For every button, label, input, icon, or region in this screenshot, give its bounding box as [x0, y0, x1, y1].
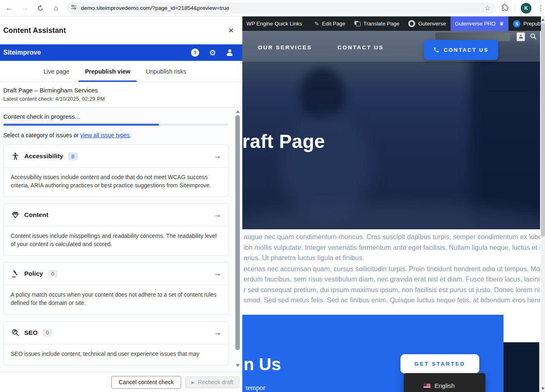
category-card-policy[interactable]: Policy 0 → A policy match occurs when yo…	[3, 262, 229, 314]
body-line: erdum faucibus, sem risus vestibulum dia…	[244, 274, 540, 285]
wp-engine-quick-links[interactable]: WP Engine Quick Links	[242, 16, 307, 31]
category-card-accessibility[interactable]: Accessibility 8 → Accessibility issues i…	[3, 145, 229, 197]
last-check-timestamp: Latest content check: 4/10/2025, 02:29 P…	[3, 96, 239, 102]
play-icon: ▶	[191, 380, 195, 385]
tab-unpublish-risks[interactable]: Unpublish risks	[145, 61, 187, 82]
cta-section: n Us GET STARTED English tempor	[242, 315, 504, 392]
issue-count-badge: 0	[43, 329, 52, 337]
gutenverse-item[interactable]: Gutenverse	[404, 16, 450, 31]
category-title: SEO	[24, 329, 38, 337]
brand-name: Siteimprove	[3, 49, 41, 56]
pencil-icon: ✎	[315, 21, 320, 27]
prepublish-item[interactable]: S Prepublish	[508, 16, 545, 31]
profile-avatar[interactable]: K	[521, 3, 531, 14]
tab-live-page[interactable]: Live page	[43, 61, 70, 82]
arrow-right-icon[interactable]: →	[214, 152, 221, 161]
extensions-icon[interactable]	[501, 4, 509, 13]
seo-icon	[11, 328, 20, 337]
forward-icon[interactable]: →	[18, 2, 31, 15]
cta-paragraph-fragment: tempor	[246, 384, 265, 392]
nav-our-services[interactable]: OUR SERVICES	[258, 44, 312, 51]
gutenverse-pro-item[interactable]: Gutenverse PRO ♛	[451, 16, 509, 31]
arrow-right-icon[interactable]: →	[214, 210, 221, 219]
body-paragraphs: augue nec quam condimentum rhoncus. Cras…	[244, 232, 540, 306]
panel-scrollbar[interactable]	[235, 108, 240, 370]
browser-page-scrollbar[interactable]	[541, 16, 545, 392]
translate-page-label: Translate Page	[363, 21, 400, 27]
panel-title: Content Assistant	[3, 26, 66, 35]
crown-icon: ♛	[499, 21, 504, 27]
page-scrollbar-thumb[interactable]	[541, 23, 545, 237]
arrow-right-icon[interactable]: →	[214, 269, 221, 278]
browser-toolbar: ← → ⌂ demo.siteimprovedemo.com/?page_id=…	[0, 0, 545, 16]
scroll-up-icon[interactable]	[236, 110, 240, 113]
gutenverse-pro-label: Gutenverse PRO	[455, 21, 496, 27]
phone-icon	[433, 47, 439, 53]
panel-header: Content Assistant ✕	[0, 16, 242, 44]
browser-menu-icon[interactable]: ⋮	[537, 4, 544, 12]
gear-icon[interactable]: ⚙	[209, 48, 216, 58]
scroll-up-icon[interactable]	[541, 18, 545, 21]
draft-page-name: Draft Page – Birmingham Services	[3, 87, 239, 94]
recheck-draft-button[interactable]: ▶ Recheck draft	[185, 376, 239, 388]
gutenverse-icon	[408, 20, 415, 27]
bookmark-star-icon[interactable]: ☆	[485, 4, 491, 12]
site-header: OUR SERVICES CONTACT US CONTACT US	[242, 31, 540, 62]
category-description: Content issues include misspellings and …	[4, 226, 228, 255]
category-card-content[interactable]: Content → Content issues include misspel…	[3, 203, 229, 256]
arrow-right-icon[interactable]: →	[214, 328, 221, 337]
scroll-down-icon[interactable]	[541, 387, 545, 390]
get-started-label: GET STARTED	[414, 361, 465, 367]
us-flag-icon	[423, 383, 430, 388]
hero-title: raft Page	[242, 130, 325, 152]
body-line: ibh mollis vulputate. Integer venenatis …	[244, 242, 540, 253]
body-line: smod. Sed sed metus felis. Sed ac finibu…	[244, 295, 540, 306]
content-assistant-panel: Content Assistant ✕ Siteimprove ? ⚙ Live…	[0, 16, 242, 392]
progress-fill	[3, 124, 159, 126]
category-description: SEO issues include content, technical an…	[4, 344, 228, 365]
help-icon[interactable]: ?	[191, 48, 199, 57]
nav-contact-us[interactable]: CONTACT US	[338, 44, 384, 51]
language-dropdown[interactable]: English	[404, 373, 485, 392]
category-title: Policy	[24, 270, 43, 277]
account-icon[interactable]	[226, 49, 233, 56]
body-line: arius. Ut pharetra luctus ligula et fini…	[244, 253, 540, 263]
cancel-content-check-button[interactable]: Cancel content check	[111, 376, 181, 389]
siteimprove-brand-bar: Siteimprove ? ⚙	[0, 44, 242, 61]
gutenverse-label: Gutenverse	[418, 21, 446, 27]
reload-icon[interactable]	[34, 2, 47, 15]
policy-gavel-icon	[11, 269, 20, 278]
category-title: Content	[24, 211, 48, 219]
content-gem-icon	[11, 210, 20, 219]
edit-page-item[interactable]: ✎ Edit Page	[310, 16, 350, 31]
toolbar-divider	[515, 5, 515, 12]
url-text[interactable]: demo.siteimprovedemo.com/?page_id=21854&…	[81, 5, 485, 11]
back-icon[interactable]: ←	[2, 2, 16, 15]
scroll-down-icon[interactable]	[236, 364, 240, 367]
category-description: Accessibility issues include content and…	[4, 168, 228, 196]
tab-prepublish-view[interactable]: Prepublish view	[84, 61, 131, 82]
panel-tabs: Live page Prepublish view Unpublish risk…	[0, 61, 242, 82]
contact-us-button-label: CONTACT US	[444, 47, 488, 53]
body-line: r sed consequat pretium, dui ipsum maxim…	[244, 285, 540, 295]
close-icon[interactable]: ✕	[228, 26, 234, 35]
page-info: Draft Page – Birmingham Services Latest …	[0, 82, 242, 108]
contact-us-button[interactable]: CONTACT US	[424, 40, 498, 60]
accessibility-icon	[11, 152, 20, 161]
wp-admin-bar: WP Engine Quick Links ✎ Edit Page Transl…	[242, 16, 541, 31]
site-permissions-icon[interactable]	[71, 4, 77, 12]
view-all-issue-types-link[interactable]: view all issue types	[80, 132, 130, 138]
siteimprove-s-icon: S	[513, 20, 520, 28]
body-line: ecenas nec accumsan quam, cursus sollici…	[244, 264, 540, 274]
issue-count-badge: 0	[48, 270, 57, 278]
edit-page-label: Edit Page	[322, 21, 345, 27]
category-card-seo[interactable]: SEO 0 → SEO issues include content, tech…	[3, 321, 229, 366]
translate-page-item[interactable]: Translate Page	[350, 16, 404, 31]
user-icon[interactable]	[517, 32, 525, 41]
get-started-button[interactable]: GET STARTED	[400, 354, 479, 374]
home-icon[interactable]: ⌂	[49, 2, 62, 15]
address-bar[interactable]: demo.siteimprovedemo.com/?page_id=21854&…	[67, 2, 496, 14]
search-icon[interactable]	[530, 33, 537, 42]
panel-scrollbar-thumb[interactable]	[235, 115, 240, 350]
issue-count-badge: 8	[68, 152, 78, 160]
